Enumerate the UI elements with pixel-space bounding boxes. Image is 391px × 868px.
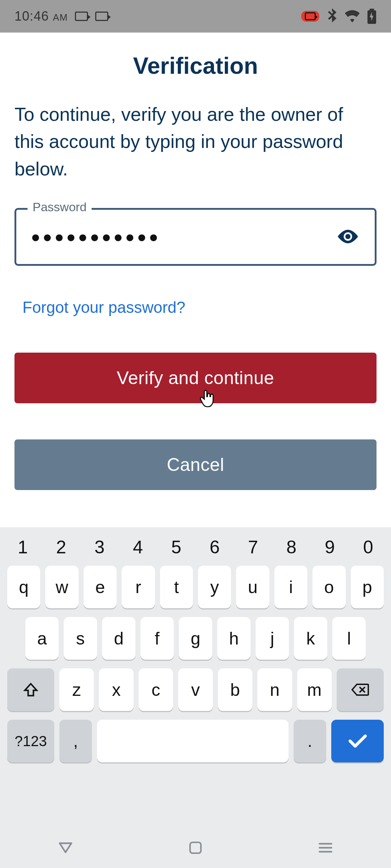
key-z[interactable]: z bbox=[59, 668, 94, 711]
hint-3: 3 bbox=[88, 537, 112, 558]
keyboard-hint-row: 1 2 3 4 5 6 7 8 9 0 bbox=[0, 530, 391, 561]
key-u[interactable]: u bbox=[236, 566, 269, 608]
nav-recent-button[interactable] bbox=[307, 838, 344, 859]
key-period[interactable]: . bbox=[294, 720, 326, 762]
verify-and-continue-button[interactable]: Verify and continue bbox=[14, 353, 377, 403]
hint-6: 6 bbox=[203, 537, 227, 558]
keyboard-row-2: a s d f g h j k l bbox=[0, 613, 391, 664]
nav-back-button[interactable] bbox=[47, 838, 84, 859]
soft-keyboard: 1 2 3 4 5 6 7 8 9 0 q w e r t y u i o p … bbox=[0, 527, 391, 868]
hint-2: 2 bbox=[49, 537, 73, 558]
status-bar: 10:46 AM bbox=[0, 0, 391, 33]
key-n[interactable]: n bbox=[257, 668, 292, 711]
key-d[interactable]: d bbox=[102, 617, 135, 660]
verification-screen: Verification To continue, verify you are… bbox=[0, 33, 391, 490]
key-g[interactable]: g bbox=[179, 617, 212, 660]
status-time: 10:46 AM bbox=[14, 9, 68, 24]
status-time-hhmm: 10:46 bbox=[14, 9, 49, 24]
shift-icon bbox=[23, 682, 39, 698]
key-t[interactable]: t bbox=[160, 566, 193, 608]
status-time-ampm: AM bbox=[53, 12, 68, 23]
key-b[interactable]: b bbox=[218, 668, 252, 711]
hint-1: 1 bbox=[11, 537, 35, 558]
key-enter[interactable] bbox=[331, 720, 384, 762]
backspace-icon bbox=[351, 682, 370, 697]
status-right bbox=[301, 8, 377, 24]
camera-icon bbox=[95, 12, 108, 21]
cancel-button-label: Cancel bbox=[167, 454, 224, 475]
key-q[interactable]: q bbox=[7, 566, 40, 608]
key-w[interactable]: w bbox=[45, 566, 78, 608]
key-c[interactable]: c bbox=[139, 668, 173, 711]
check-icon bbox=[348, 733, 368, 749]
key-comma[interactable]: , bbox=[59, 720, 92, 762]
page-subtitle: To continue, verify you are the owner of… bbox=[14, 101, 377, 183]
key-f[interactable]: f bbox=[140, 617, 174, 660]
password-label: Password bbox=[28, 200, 92, 214]
eye-icon bbox=[338, 239, 358, 245]
hint-4: 4 bbox=[126, 537, 150, 558]
key-o[interactable]: o bbox=[312, 566, 345, 608]
key-shift[interactable] bbox=[7, 668, 54, 711]
keyboard-row-4: ?123 , . bbox=[0, 715, 391, 765]
key-k[interactable]: k bbox=[294, 617, 327, 660]
nav-recent-icon bbox=[318, 850, 333, 855]
key-backspace[interactable] bbox=[337, 668, 384, 711]
page-title: Verification bbox=[14, 52, 377, 79]
hint-5: 5 bbox=[164, 537, 188, 558]
keyboard-row-3: z x c v b n m bbox=[0, 664, 391, 715]
key-e[interactable]: e bbox=[84, 566, 117, 608]
pointer-cursor-icon bbox=[200, 389, 215, 412]
key-v[interactable]: v bbox=[178, 668, 213, 711]
forgot-password-link[interactable]: Forgot your password? bbox=[22, 298, 185, 316]
cancel-button[interactable]: Cancel bbox=[14, 439, 377, 490]
nav-back-icon bbox=[58, 850, 73, 855]
hint-8: 8 bbox=[279, 537, 303, 558]
password-input[interactable]: ●●●●●●●●●●● bbox=[14, 208, 377, 266]
svg-rect-0 bbox=[190, 842, 201, 853]
wifi-icon bbox=[345, 10, 360, 22]
recording-icon bbox=[301, 11, 319, 22]
key-y[interactable]: y bbox=[198, 566, 231, 608]
keyboard-row-1: q w e r t y u i o p bbox=[0, 561, 391, 613]
verify-button-label: Verify and continue bbox=[117, 367, 274, 388]
camera-icon bbox=[305, 12, 316, 20]
bluetooth-icon bbox=[327, 8, 337, 24]
camera-icon bbox=[75, 12, 88, 21]
nav-home-icon bbox=[188, 851, 203, 856]
nav-home-button[interactable] bbox=[177, 837, 214, 860]
hint-7: 7 bbox=[241, 537, 265, 558]
toggle-password-visibility-button[interactable] bbox=[336, 227, 360, 247]
hint-9: 9 bbox=[318, 537, 342, 558]
key-s[interactable]: s bbox=[64, 617, 97, 660]
key-x[interactable]: x bbox=[99, 668, 133, 711]
key-l[interactable]: l bbox=[332, 617, 366, 660]
battery-charging-icon bbox=[367, 9, 377, 24]
status-left: 10:46 AM bbox=[14, 9, 108, 24]
key-m[interactable]: m bbox=[297, 668, 332, 711]
key-j[interactable]: j bbox=[256, 617, 289, 660]
key-h[interactable]: h bbox=[217, 617, 251, 660]
hint-0: 0 bbox=[356, 537, 380, 558]
key-i[interactable]: i bbox=[274, 566, 307, 608]
key-a[interactable]: a bbox=[25, 617, 59, 660]
key-p[interactable]: p bbox=[351, 566, 384, 608]
key-symbols[interactable]: ?123 bbox=[7, 720, 54, 762]
password-masked-value: ●●●●●●●●●●● bbox=[31, 228, 160, 246]
password-field-wrap: Password ●●●●●●●●●●● bbox=[14, 208, 377, 266]
system-navbar bbox=[0, 828, 391, 868]
key-r[interactable]: r bbox=[122, 566, 155, 608]
key-space[interactable] bbox=[97, 720, 289, 762]
